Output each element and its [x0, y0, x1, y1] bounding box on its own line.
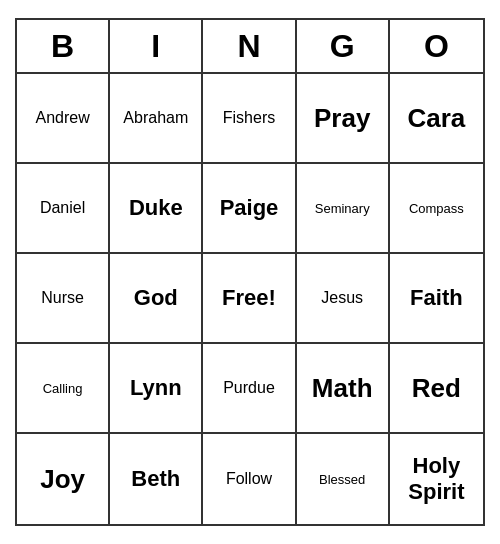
- header-letter: O: [390, 20, 483, 72]
- cell-r1-c1: Duke: [110, 164, 203, 254]
- cell-r0-c3: Pray: [297, 74, 390, 164]
- cell-r2-c0: Nurse: [17, 254, 110, 344]
- cell-r4-c1: Beth: [110, 434, 203, 524]
- cell-r2-c3: Jesus: [297, 254, 390, 344]
- cell-r2-c1: God: [110, 254, 203, 344]
- cell-r4-c2: Follow: [203, 434, 296, 524]
- cell-r1-c3: Seminary: [297, 164, 390, 254]
- cell-r1-c4: Compass: [390, 164, 483, 254]
- cell-r3-c4: Red: [390, 344, 483, 434]
- cell-r3-c1: Lynn: [110, 344, 203, 434]
- cell-r4-c3: Blessed: [297, 434, 390, 524]
- bingo-grid: AndrewAbrahamFishersPrayCaraDanielDukePa…: [17, 74, 483, 524]
- cell-r4-c4: Holy Spirit: [390, 434, 483, 524]
- cell-r3-c2: Purdue: [203, 344, 296, 434]
- cell-r0-c1: Abraham: [110, 74, 203, 164]
- cell-r0-c4: Cara: [390, 74, 483, 164]
- header-letter: I: [110, 20, 203, 72]
- cell-r1-c0: Daniel: [17, 164, 110, 254]
- cell-r3-c0: Calling: [17, 344, 110, 434]
- cell-r0-c0: Andrew: [17, 74, 110, 164]
- cell-r0-c2: Fishers: [203, 74, 296, 164]
- cell-r3-c3: Math: [297, 344, 390, 434]
- header-letter: G: [297, 20, 390, 72]
- cell-r2-c2: Free!: [203, 254, 296, 344]
- bingo-header: BINGO: [17, 20, 483, 74]
- cell-r2-c4: Faith: [390, 254, 483, 344]
- bingo-card: BINGO AndrewAbrahamFishersPrayCaraDaniel…: [15, 18, 485, 526]
- header-letter: B: [17, 20, 110, 72]
- header-letter: N: [203, 20, 296, 72]
- cell-r1-c2: Paige: [203, 164, 296, 254]
- cell-r4-c0: Joy: [17, 434, 110, 524]
